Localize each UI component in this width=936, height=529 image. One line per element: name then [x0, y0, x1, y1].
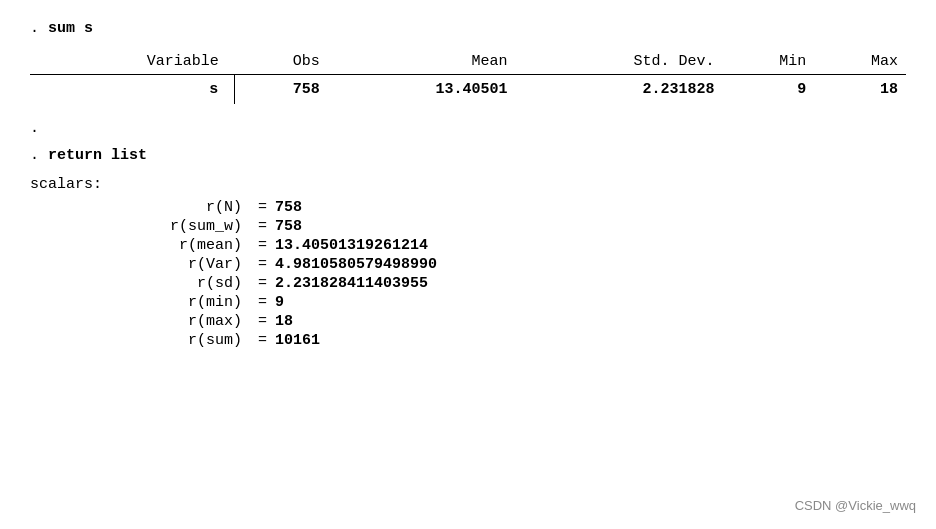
watermark: CSDN @Vickie_wwq: [795, 498, 916, 513]
scalar-row: r(sum)=10161: [30, 332, 906, 349]
scalar-name: r(N): [30, 199, 250, 216]
scalar-row: r(max)=18: [30, 313, 906, 330]
scalar-row: r(min)=9: [30, 294, 906, 311]
cell-mean: 13.40501: [328, 75, 516, 105]
scalar-eq: =: [250, 294, 275, 311]
scalar-eq: =: [250, 199, 275, 216]
cell-obs: 758: [235, 75, 328, 105]
scalar-name: r(sum_w): [30, 218, 250, 235]
cell-max: 18: [814, 75, 906, 105]
command2-line: . return list: [30, 147, 906, 164]
return-section: . return list scalars: r(N)=758r(sum_w)=…: [30, 147, 906, 349]
col-mean: Mean: [328, 49, 516, 75]
scalar-name: r(min): [30, 294, 250, 311]
scalar-eq: =: [250, 313, 275, 330]
table-header-row: Variable Obs Mean Std. Dev. Min Max: [30, 49, 906, 75]
scalar-value: 10161: [275, 332, 320, 349]
scalar-name: r(sd): [30, 275, 250, 292]
cell-min: 9: [722, 75, 814, 105]
table-row: s 758 13.40501 2.231828 9 18: [30, 75, 906, 105]
scalar-eq: =: [250, 275, 275, 292]
scalar-eq: =: [250, 237, 275, 254]
scalar-value: 758: [275, 199, 302, 216]
scalar-row: r(Var)=4.9810580579498990: [30, 256, 906, 273]
scalars-section: scalars: r(N)=758r(sum_w)=758r(mean)=13.…: [30, 176, 906, 349]
scalar-row: r(mean)=13.40501319261214: [30, 237, 906, 254]
col-stddev: Std. Dev.: [515, 49, 722, 75]
cell-stddev: 2.231828: [515, 75, 722, 105]
scalar-value: 4.9810580579498990: [275, 256, 437, 273]
scalar-name: r(sum): [30, 332, 250, 349]
cell-variable: s: [30, 75, 235, 105]
scalar-name: r(mean): [30, 237, 250, 254]
scalar-value: 18: [275, 313, 293, 330]
col-variable: Variable: [30, 49, 235, 75]
command2-text: return list: [48, 147, 147, 164]
scalar-name: r(max): [30, 313, 250, 330]
stats-table: Variable Obs Mean Std. Dev. Min Max s 75…: [30, 49, 906, 104]
scalar-row: r(sum_w)=758: [30, 218, 906, 235]
scalar-value: 758: [275, 218, 302, 235]
scalar-eq: =: [250, 256, 275, 273]
scalar-name: r(Var): [30, 256, 250, 273]
command1-line: . sum s: [30, 20, 906, 37]
col-max: Max: [814, 49, 906, 75]
col-min: Min: [722, 49, 814, 75]
scalar-value: 2.231828411403955: [275, 275, 428, 292]
dot-separator: .: [30, 120, 906, 137]
scalar-eq: =: [250, 218, 275, 235]
scalar-row: r(N)=758: [30, 199, 906, 216]
scalar-row: r(sd)=2.231828411403955: [30, 275, 906, 292]
command1-prefix: .: [30, 20, 48, 37]
scalar-eq: =: [250, 332, 275, 349]
scalars-label: scalars:: [30, 176, 906, 193]
scalar-value: 13.40501319261214: [275, 237, 428, 254]
command2-prefix: .: [30, 147, 48, 164]
col-obs: Obs: [235, 49, 328, 75]
command1-text: sum s: [48, 20, 93, 37]
scalars-list: r(N)=758r(sum_w)=758r(mean)=13.405013192…: [30, 199, 906, 349]
scalar-value: 9: [275, 294, 284, 311]
